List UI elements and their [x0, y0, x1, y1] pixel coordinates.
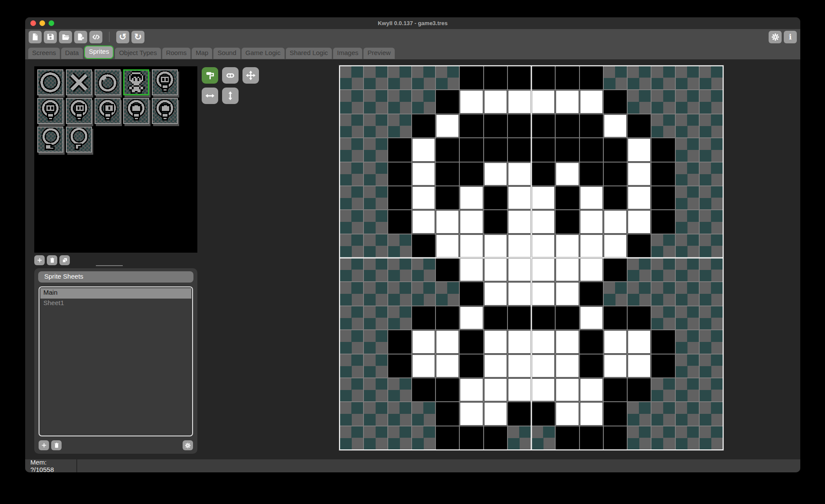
pixel-cell-9-11[interactable] — [556, 330, 579, 353]
pixel-cell-3-5[interactable] — [412, 186, 435, 209]
paint-roller-tool[interactable] — [202, 67, 218, 84]
duplicate-sprite-button[interactable] — [59, 255, 70, 265]
pixel-cell-11-12[interactable] — [604, 354, 627, 377]
pixel-cell-13-15[interactable] — [651, 426, 674, 449]
pixel-cell-14-0[interactable] — [676, 66, 699, 89]
pixel-cell-8-14[interactable] — [532, 402, 555, 425]
pixel-cell-13-14[interactable] — [651, 402, 674, 425]
add-sheet-button[interactable] — [39, 440, 49, 450]
pixel-cell-2-5[interactable] — [388, 186, 411, 209]
pixel-cell-10-12[interactable] — [580, 354, 603, 377]
pixel-cell-12-15[interactable] — [628, 426, 651, 449]
pixel-cell-11-6[interactable] — [604, 210, 627, 233]
pixel-cell-7-13[interactable] — [508, 378, 531, 401]
pixel-cell-5-14[interactable] — [460, 402, 483, 425]
pixel-cell-13-6[interactable] — [651, 210, 674, 233]
pixel-cell-10-10[interactable] — [580, 306, 603, 329]
pixel-cell-1-13[interactable] — [364, 378, 387, 401]
pixel-cell-10-0[interactable] — [580, 66, 603, 89]
pixel-cell-13-2[interactable] — [651, 114, 674, 137]
pixel-cell-7-7[interactable] — [508, 234, 531, 257]
pixel-cell-10-13[interactable] — [580, 378, 603, 401]
pixel-cell-10-1[interactable] — [580, 90, 603, 113]
pixel-cell-12-12[interactable] — [628, 354, 651, 377]
pixel-cell-6-6[interactable] — [484, 210, 507, 233]
pixel-cell-2-13[interactable] — [388, 378, 411, 401]
pixel-cell-13-13[interactable] — [651, 378, 674, 401]
pixel-cell-7-0[interactable] — [508, 66, 531, 89]
panel-resize-handle[interactable] — [96, 265, 123, 266]
sprite-thumbnail-ring[interactable] — [37, 69, 63, 95]
pixel-cell-13-5[interactable] — [651, 186, 674, 209]
pixel-cell-5-6[interactable] — [460, 210, 483, 233]
pixel-cell-11-13[interactable] — [604, 378, 627, 401]
pixel-cell-9-8[interactable] — [556, 258, 579, 281]
pixel-cell-1-0[interactable] — [364, 66, 387, 89]
pixel-cell-10-7[interactable] — [580, 234, 603, 257]
pixel-cell-8-6[interactable] — [532, 210, 555, 233]
pixel-cell-12-1[interactable] — [628, 90, 651, 113]
pixel-cell-9-2[interactable] — [556, 114, 579, 137]
new-file-button[interactable] — [29, 31, 42, 43]
pixel-cell-2-12[interactable] — [388, 354, 411, 377]
pixel-cell-12-2[interactable] — [628, 114, 651, 137]
pixel-cell-7-4[interactable] — [508, 163, 531, 185]
pixel-cell-1-8[interactable] — [364, 258, 387, 281]
pixel-cell-5-15[interactable] — [460, 426, 483, 449]
pixel-cell-8-2[interactable] — [532, 114, 555, 137]
pixel-cell-5-5[interactable] — [460, 186, 483, 209]
sheet-settings-button[interactable] — [183, 440, 193, 450]
pixel-cell-5-12[interactable] — [460, 354, 483, 377]
pixel-cell-4-3[interactable] — [436, 138, 459, 161]
pixel-cell-10-11[interactable] — [580, 330, 603, 353]
pixel-cell-5-1[interactable] — [460, 90, 483, 113]
pixel-cell-7-11[interactable] — [508, 330, 531, 353]
pixel-cell-13-11[interactable] — [651, 330, 674, 353]
pixel-cell-4-6[interactable] — [436, 210, 459, 233]
move-tool[interactable] — [242, 67, 259, 84]
pixel-cell-3-9[interactable] — [412, 282, 435, 305]
pixel-cell-15-12[interactable] — [700, 354, 723, 377]
pixel-cell-13-10[interactable] — [651, 306, 674, 329]
save-button[interactable] — [44, 31, 57, 43]
pixel-cell-1-4[interactable] — [364, 163, 387, 185]
pixel-cell-4-5[interactable] — [436, 186, 459, 209]
pixel-cell-12-4[interactable] — [628, 163, 651, 185]
mask-tool[interactable] — [222, 67, 239, 84]
pixel-cell-7-12[interactable] — [508, 354, 531, 377]
export-button[interactable] — [74, 31, 87, 43]
pixel-cell-2-14[interactable] — [388, 402, 411, 425]
sprite-thumbnail-figure-side[interactable] — [95, 98, 121, 124]
pixel-cell-15-7[interactable] — [700, 234, 723, 257]
pixel-cell-0-11[interactable] — [340, 330, 363, 353]
add-sprite-button[interactable] — [34, 255, 45, 265]
pixel-cell-14-13[interactable] — [676, 378, 699, 401]
pixel-cell-14-1[interactable] — [676, 90, 699, 113]
pixel-cell-4-9[interactable] — [436, 282, 459, 305]
pixel-cell-14-9[interactable] — [676, 282, 699, 305]
pixel-cell-5-9[interactable] — [460, 282, 483, 305]
pixel-cell-9-10[interactable] — [556, 306, 579, 329]
tab-data[interactable]: Data — [61, 48, 83, 59]
pixel-cell-9-12[interactable] — [556, 354, 579, 377]
pixel-cell-4-13[interactable] — [436, 378, 459, 401]
pixel-cell-12-11[interactable] — [628, 330, 651, 353]
tab-object-types[interactable]: Object Types — [115, 48, 160, 59]
pixel-cell-7-5[interactable] — [508, 186, 531, 209]
pixel-cell-8-3[interactable] — [532, 138, 555, 161]
pixel-cell-1-2[interactable] — [364, 114, 387, 137]
pixel-cell-2-6[interactable] — [388, 210, 411, 233]
pixel-cell-13-1[interactable] — [651, 90, 674, 113]
pixel-cell-5-8[interactable] — [460, 258, 483, 281]
pixel-cell-15-14[interactable] — [700, 402, 723, 425]
pixel-cell-12-14[interactable] — [628, 402, 651, 425]
code-button[interactable] — [89, 31, 102, 43]
pixel-cell-9-13[interactable] — [556, 378, 579, 401]
sprite-thumbnail-ghost-2[interactable] — [66, 127, 92, 153]
sheet-item-sheet1[interactable]: Sheet1 — [40, 299, 191, 309]
pixel-cell-6-2[interactable] — [484, 114, 507, 137]
pixel-cell-14-11[interactable] — [676, 330, 699, 353]
pixel-cell-4-11[interactable] — [436, 330, 459, 353]
pixel-cell-9-3[interactable] — [556, 138, 579, 161]
pixel-cell-8-4[interactable] — [532, 163, 555, 185]
